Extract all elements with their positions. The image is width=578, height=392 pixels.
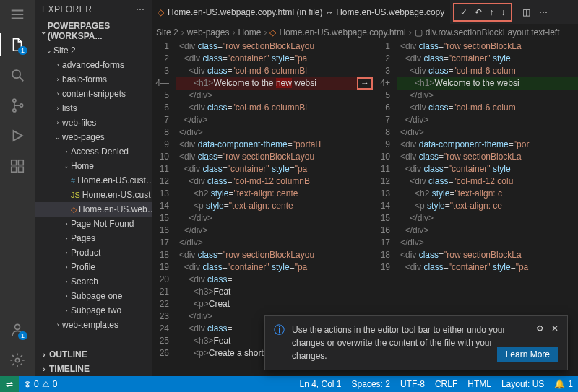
- folder-item[interactable]: ⌄Home: [35, 159, 152, 173]
- warning-icon: ⚠: [42, 379, 50, 389]
- explorer-title: EXPLORER: [42, 4, 136, 14]
- folder-item[interactable]: ›Pages: [35, 231, 152, 245]
- notification-close-icon[interactable]: ✕: [551, 323, 558, 334]
- extensions-icon[interactable]: [9, 157, 26, 175]
- remote-indicator[interactable]: ⇌: [0, 376, 19, 392]
- folder-item[interactable]: ›basic-forms: [35, 72, 152, 87]
- revert-icon[interactable]: ↶: [475, 7, 482, 17]
- source-control-icon[interactable]: [9, 97, 26, 114]
- svg-point-9: [15, 358, 20, 362]
- run-icon[interactable]: [9, 127, 26, 144]
- svg-point-8: [15, 324, 20, 329]
- folder-item[interactable]: ›web-templates: [35, 318, 152, 332]
- tab-title: Home.en-US.webpage.copy.html (in file) ↔…: [168, 7, 444, 17]
- folder-item[interactable]: ›content-snippets: [35, 87, 152, 101]
- svg-rect-4: [12, 160, 17, 165]
- settings-icon[interactable]: [9, 352, 26, 369]
- next-change-icon[interactable]: ↓: [501, 7, 505, 17]
- svg-rect-5: [18, 160, 23, 165]
- info-icon: ⓘ: [274, 323, 285, 362]
- timeline-section[interactable]: ›TIMELINE: [35, 362, 152, 376]
- folder-item[interactable]: ›lists: [35, 101, 152, 116]
- file-tree: ⌄Site 2›advanced-forms›basic-forms›conte…: [35, 43, 152, 347]
- folder-item[interactable]: ›Access Denied: [35, 144, 152, 159]
- menu-icon[interactable]: [9, 6, 26, 23]
- account-icon[interactable]: 1: [9, 321, 26, 339]
- accept-icon[interactable]: ✓: [460, 7, 467, 17]
- explorer-more-icon[interactable]: ⋯: [136, 4, 144, 14]
- split-editor-icon[interactable]: ◫: [522, 7, 530, 17]
- svg-point-3: [20, 104, 22, 107]
- eol[interactable]: CRLF: [430, 376, 462, 392]
- folder-item[interactable]: ›Page Not Found: [35, 217, 152, 231]
- svg-rect-7: [18, 167, 23, 172]
- notification-toast: ⓘ Use the actions in the editor tool bar…: [264, 315, 568, 370]
- diff-actions-box: ✓ ↶ ↑ ↓: [453, 3, 512, 22]
- editor-tab[interactable]: ◇ Home.en-US.webpage.copy.html (in file)…: [152, 0, 450, 24]
- file-item[interactable]: #Home.en-US.cust…: [35, 173, 152, 188]
- status-bar: ⇌ ⊗0 ⚠0 Ln 4, Col 1 Spaces: 2 UTF-8 CRLF…: [0, 376, 578, 392]
- tab-bar: ◇ Home.en-US.webpage.copy.html (in file)…: [152, 0, 578, 25]
- activity-bar: 1 1: [0, 0, 35, 376]
- notification-settings-icon[interactable]: ⚙: [536, 323, 544, 334]
- language-mode[interactable]: HTML: [462, 376, 496, 392]
- folder-item[interactable]: ›web-files: [35, 116, 152, 130]
- svg-point-1: [13, 99, 16, 102]
- account-badge: 1: [18, 331, 27, 340]
- outline-section[interactable]: ›OUTLINE: [35, 347, 152, 362]
- problems-indicator[interactable]: ⊗0 ⚠0: [19, 376, 62, 392]
- folder-item[interactable]: ›Profile: [35, 260, 152, 274]
- cursor-position[interactable]: Ln 4, Col 1: [295, 376, 347, 392]
- file-item[interactable]: ◇Home.en-US.web…: [35, 202, 152, 217]
- folder-item[interactable]: ›Search: [35, 274, 152, 289]
- workspace-header[interactable]: ⌄POWERPAGES (WORKSPA...: [35, 19, 152, 43]
- folder-item[interactable]: ⌄Site 2: [35, 43, 152, 58]
- indentation[interactable]: Spaces: 2: [347, 376, 395, 392]
- search-icon[interactable]: [9, 66, 26, 84]
- apply-change-icon[interactable]: →: [357, 77, 373, 90]
- error-icon: ⊗: [24, 379, 31, 389]
- files-badge: 1: [18, 46, 27, 55]
- svg-point-0: [12, 70, 20, 78]
- more-actions-icon[interactable]: ⋯: [539, 7, 548, 17]
- explorer-icon[interactable]: 1: [9, 36, 26, 53]
- explorer-sidebar: EXPLORER ⋯ ⌄POWERPAGES (WORKSPA... ⌄Site…: [35, 0, 152, 376]
- html-file-icon: ◇: [158, 7, 164, 17]
- learn-more-button[interactable]: Learn More: [497, 347, 558, 362]
- breadcrumb[interactable]: Site 2›web-pages›Home›◇Home.en-US.webpag…: [152, 25, 578, 40]
- svg-point-2: [13, 109, 16, 112]
- prev-change-icon[interactable]: ↑: [489, 7, 493, 17]
- folder-item[interactable]: ›Subpage one: [35, 289, 152, 303]
- encoding[interactable]: UTF-8: [395, 376, 430, 392]
- folder-item[interactable]: ›advanced-forms: [35, 58, 152, 72]
- svg-rect-6: [12, 167, 17, 172]
- notification-message: Use the actions in the editor tool bar t…: [292, 323, 529, 362]
- keyboard-layout[interactable]: Layout: US: [496, 376, 549, 392]
- folder-item[interactable]: ›Subpage two: [35, 303, 152, 318]
- folder-item[interactable]: ›Product: [35, 245, 152, 260]
- notifications-bell[interactable]: 🔔1: [549, 376, 578, 392]
- folder-item[interactable]: ⌄web-pages: [35, 130, 152, 144]
- file-item[interactable]: JSHome.en-US.cust…: [35, 188, 152, 202]
